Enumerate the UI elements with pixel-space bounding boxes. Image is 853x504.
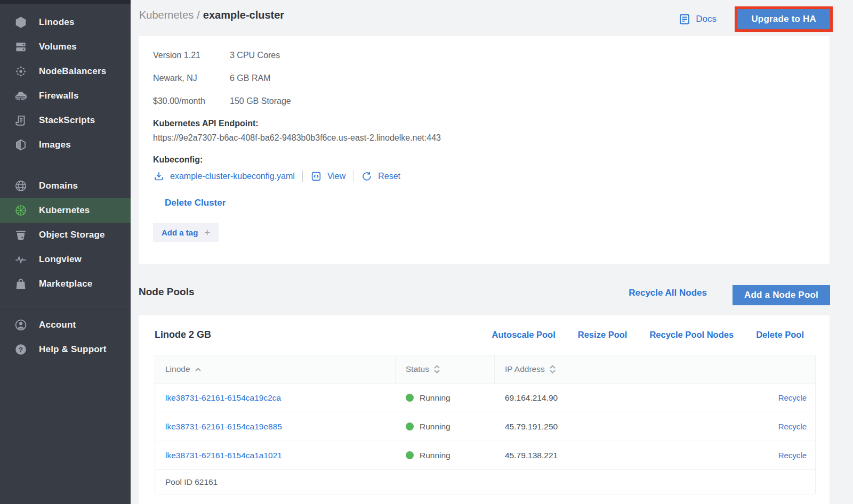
sort-both-icon <box>549 364 556 374</box>
spec-row: Version 1.21 3 CPU Cores <box>153 44 815 67</box>
breadcrumb-kubernetes-link[interactable]: Kubernetes <box>139 9 194 21</box>
column-label: Linode <box>165 364 190 374</box>
api-endpoint-label: Kubernetes API Endpoint: <box>153 119 815 128</box>
ip-address: 45.79.138.221 <box>495 451 664 460</box>
sidebar-item-label: NodeBalancers <box>39 66 106 77</box>
sidebar: Linodes Volumes NodeBalancers Firewalls <box>0 0 131 504</box>
pool-name: Linode 2 GB <box>155 329 211 340</box>
images-icon <box>13 138 28 152</box>
recycle-node-link[interactable]: Recycle <box>778 393 807 402</box>
sidebar-item-label: Longview <box>39 254 82 265</box>
kubeconfig-label: Kubeconfig: <box>153 155 815 165</box>
pulse-icon <box>13 253 28 267</box>
recycle-pool-nodes-link[interactable]: Recycle Pool Nodes <box>649 330 734 340</box>
table-row: lke38731-62161-6154ca1a1021 Running 45.7… <box>155 441 815 469</box>
sidebar-item-object-storage[interactable]: Object Storage <box>0 223 131 247</box>
delete-cluster-button[interactable]: Delete Cluster <box>165 198 226 208</box>
cluster-storage: 150 GB Storage <box>230 96 291 106</box>
globe-icon <box>13 179 28 193</box>
add-node-pool-button[interactable]: Add a Node Pool <box>733 285 830 305</box>
autoscale-pool-link[interactable]: Autoscale Pool <box>492 330 556 340</box>
pool-header: Linode 2 GB Autoscale Pool Resize Pool R… <box>155 315 816 355</box>
reset-icon <box>361 170 373 182</box>
sidebar-item-longview[interactable]: Longview <box>0 247 131 272</box>
sidebar-item-nodebalancers[interactable]: NodeBalancers <box>0 59 131 84</box>
sidebar-item-stackscripts[interactable]: StackScripts <box>0 108 131 133</box>
reset-label: Reset <box>378 172 400 181</box>
app-window: Linodes Volumes NodeBalancers Firewalls <box>0 0 853 504</box>
sidebar-item-label: Account <box>39 320 76 330</box>
person-icon <box>13 318 28 332</box>
sidebar-item-label: Images <box>39 140 71 150</box>
kubeconfig-download-link[interactable]: example-cluster-kubeconfig.yaml <box>153 170 295 182</box>
column-header-linode[interactable]: Linode <box>155 355 396 383</box>
sidebar-item-label: Help & Support <box>39 344 107 355</box>
recycle-node-link[interactable]: Recycle <box>778 422 807 431</box>
sidebar-item-account[interactable]: Account <box>0 313 131 337</box>
kubernetes-icon <box>13 204 28 218</box>
api-endpoint-url: https://9e2a7307-b6ac-408f-ba62-9483b0b3… <box>153 133 815 143</box>
column-header-ip[interactable]: IP Address <box>495 355 664 383</box>
docs-label: Docs <box>696 14 717 25</box>
breadcrumb-current-cluster: example-cluster <box>203 9 284 21</box>
stackscripts-icon <box>13 113 28 128</box>
kubeconfig-view-link[interactable]: View <box>310 170 345 182</box>
status-cell: Running <box>396 451 495 460</box>
status-running-dot <box>406 394 414 402</box>
cluster-price: $30.00/month <box>153 96 230 106</box>
resize-pool-link[interactable]: Resize Pool <box>578 330 627 340</box>
table-row: lke38731-62161-6154ca19c2ca Running 69.1… <box>155 383 815 412</box>
sidebar-item-volumes[interactable]: Volumes <box>0 35 131 59</box>
cluster-version: Version 1.21 <box>153 51 230 60</box>
sidebar-item-help-support[interactable]: ? Help & Support <box>0 337 131 362</box>
nodebalancers-icon <box>13 64 28 79</box>
sidebar-item-label: Linodes <box>39 17 75 28</box>
node-link[interactable]: lke38731-62161-6154ca19c2ca <box>165 393 281 402</box>
status-cell: Running <box>396 393 495 403</box>
status-running-dot <box>406 422 414 430</box>
divider <box>353 170 353 182</box>
main-content: Kubernetes/example-cluster Docs Upgrade … <box>131 0 853 504</box>
kubeconfig-reset-link[interactable]: Reset <box>361 170 400 182</box>
add-tag-button[interactable]: Add a tag + <box>153 223 219 242</box>
kubeconfig-actions-row: example-cluster-kubeconfig.yaml View Res… <box>153 170 815 182</box>
linode-icon <box>13 15 28 30</box>
question-icon: ? <box>13 343 28 357</box>
volumes-icon <box>13 40 28 54</box>
sidebar-item-label: Firewalls <box>39 91 79 101</box>
delete-pool-link[interactable]: Delete Pool <box>756 330 804 340</box>
status-label: Running <box>420 422 450 432</box>
sidebar-item-linodes[interactable]: Linodes <box>0 10 131 35</box>
upgrade-to-ha-button[interactable]: Upgrade to HA <box>737 9 830 29</box>
sidebar-item-kubernetes[interactable]: Kubernetes <box>0 198 131 223</box>
column-header-status[interactable]: Status <box>396 355 495 383</box>
pool-actions: Autoscale Pool Resize Pool Recycle Pool … <box>492 330 804 340</box>
cluster-summary-panel: Version 1.21 3 CPU Cores Newark, NJ 6 GB… <box>139 36 830 264</box>
sidebar-item-images[interactable]: Images <box>0 133 131 157</box>
kubeconfig-filename: example-cluster-kubeconfig.yaml <box>170 172 295 181</box>
sidebar-item-label: Domains <box>39 181 78 191</box>
sidebar-group-services: Domains Kubernetes Object Storage Longvi… <box>0 167 131 296</box>
column-label: Status <box>406 364 429 374</box>
ip-address: 45.79.191.250 <box>495 422 664 432</box>
annotation-highlight-box: Upgrade to HA <box>735 6 833 32</box>
divider <box>302 170 303 182</box>
sidebar-item-domains[interactable]: Domains <box>0 174 131 198</box>
tags-row: Add a tag + <box>153 223 815 242</box>
nodes-table: Linode Status IP Address lke38731-62161-… <box>155 355 816 494</box>
status-label: Running <box>420 451 450 460</box>
node-link[interactable]: lke38731-62161-6154ca19e885 <box>165 422 282 431</box>
recycle-all-nodes-link[interactable]: Recycle All Nodes <box>629 288 707 298</box>
recycle-node-link[interactable]: Recycle <box>778 451 807 460</box>
bag-icon <box>13 277 28 291</box>
cluster-region: Newark, NJ <box>153 74 230 83</box>
cluster-ram: 6 GB RAM <box>230 74 270 83</box>
view-label: View <box>327 172 345 181</box>
node-pool-panel: Linode 2 GB Autoscale Pool Resize Pool R… <box>139 315 830 504</box>
sidebar-item-firewalls[interactable]: Firewalls <box>0 84 131 108</box>
sidebar-group-compute: Linodes Volumes NodeBalancers Firewalls <box>0 4 131 157</box>
docs-link[interactable]: Docs <box>678 13 717 26</box>
sidebar-item-marketplace[interactable]: Marketplace <box>0 272 131 296</box>
node-link[interactable]: lke38731-62161-6154ca1a1021 <box>165 451 282 460</box>
spec-row: $30.00/month 150 GB Storage <box>153 90 815 112</box>
